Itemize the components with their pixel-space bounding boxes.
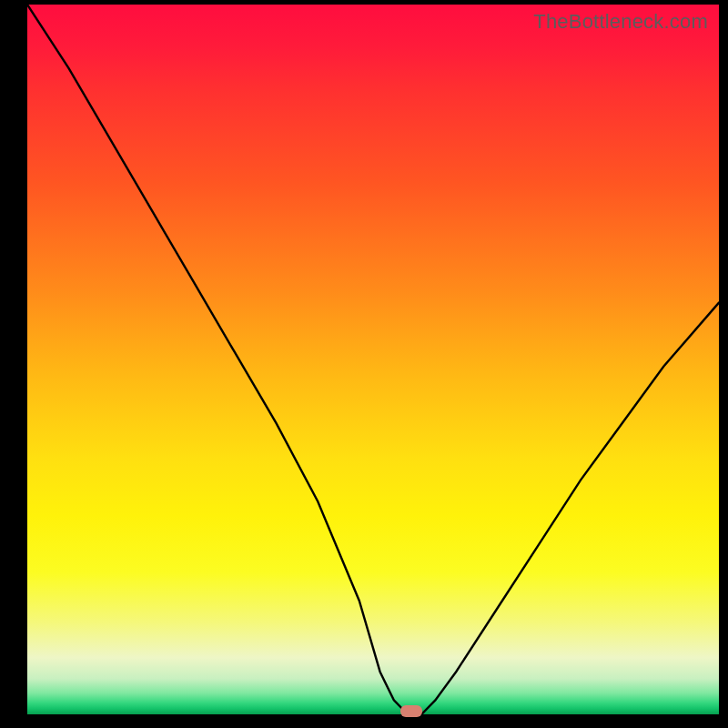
plot-area: TheBottleneck.com [27,5,719,714]
bottleneck-curve [27,5,719,714]
optimum-marker [400,705,422,717]
chart-container: TheBottleneck.com [0,0,728,728]
